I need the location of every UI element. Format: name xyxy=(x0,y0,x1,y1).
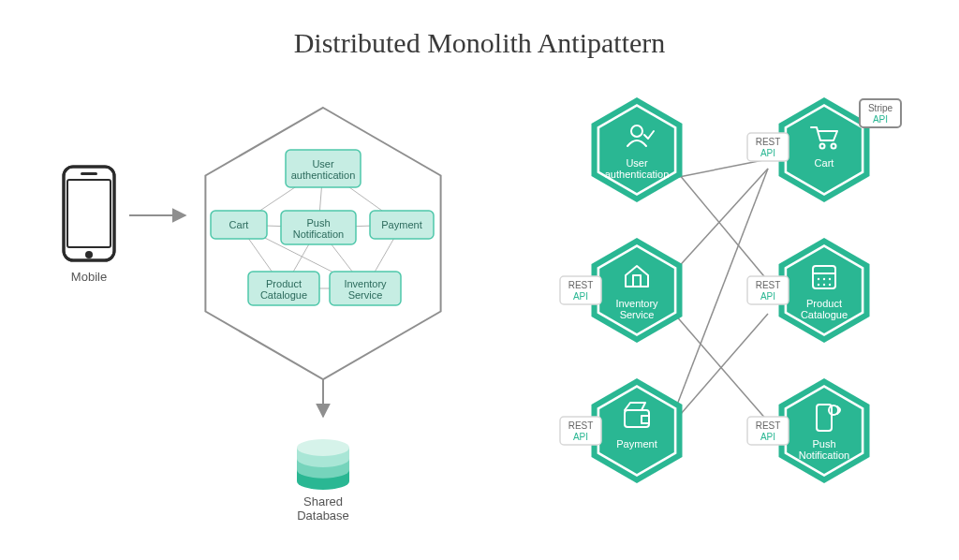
db-label: SharedDatabase xyxy=(297,494,349,523)
svg-line-31 xyxy=(674,169,768,272)
service-user_auth: Userauthentication xyxy=(592,97,683,202)
stripe-api-badge: StripeAPI xyxy=(860,99,901,127)
rest-api-badge-catalogue: RESTAPI xyxy=(747,276,789,304)
svg-text:REST: REST xyxy=(756,420,781,431)
svg-text:API: API xyxy=(760,432,775,442)
rest-api-badge-payment: RESTAPI xyxy=(560,417,601,445)
module-cart: Cart xyxy=(211,211,267,239)
service-label: Payment xyxy=(616,438,657,449)
svg-point-41 xyxy=(818,278,819,280)
rest-api-badge-cart: RESTAPI xyxy=(747,133,789,161)
page-title: Distributed Monolith Antipattern xyxy=(294,27,666,58)
svg-text:REST: REST xyxy=(568,280,594,290)
service-inventory: InventoryService xyxy=(592,238,683,343)
svg-point-46 xyxy=(829,284,831,286)
service-label: InventoryService xyxy=(615,298,658,320)
svg-point-28 xyxy=(297,439,349,456)
service-label: Cart xyxy=(815,157,834,169)
svg-text:REST: REST xyxy=(756,137,781,147)
service-push: PushNotification xyxy=(779,378,870,483)
service-catalogue: ProductCatalogue xyxy=(779,238,870,343)
shared-database-icon xyxy=(297,439,349,490)
svg-line-34 xyxy=(674,159,768,178)
module-user_auth: Userauthentication xyxy=(286,150,361,187)
service-cart: Cart xyxy=(779,97,870,202)
module-label: Payment xyxy=(381,219,421,230)
svg-line-29 xyxy=(674,169,768,281)
svg-text:API: API xyxy=(573,432,588,442)
monolith-panel: UserauthenticationCartPushNotificationPa… xyxy=(64,108,441,490)
service-label: ProductCatalogue xyxy=(801,298,848,320)
svg-text:API: API xyxy=(573,291,588,302)
svg-text:Stripe: Stripe xyxy=(868,103,893,113)
module-push: PushNotification xyxy=(281,211,356,244)
svg-point-3 xyxy=(85,251,93,258)
svg-point-45 xyxy=(829,278,831,280)
svg-text:API: API xyxy=(873,114,888,125)
svg-text:REST: REST xyxy=(756,280,781,290)
svg-point-44 xyxy=(823,284,825,286)
service-payment: Payment xyxy=(592,378,683,483)
svg-rect-2 xyxy=(67,180,111,247)
module-payment: Payment xyxy=(370,211,434,239)
module-catalogue: ProductCatalogue xyxy=(248,272,319,305)
microservices-panel: UserauthenticationCartInventoryServicePr… xyxy=(560,97,901,483)
svg-point-43 xyxy=(823,278,825,280)
svg-rect-4 xyxy=(81,172,97,175)
module-inventory: InventoryService xyxy=(330,272,401,305)
module-label: Cart xyxy=(229,219,249,230)
svg-point-42 xyxy=(818,284,819,286)
svg-text:API: API xyxy=(760,291,775,302)
mobile-icon xyxy=(64,167,114,260)
svg-text:REST: REST xyxy=(568,420,594,431)
module-label: InventoryService xyxy=(344,278,387,301)
mobile-label: Mobile xyxy=(71,270,107,284)
module-label: ProductCatalogue xyxy=(260,278,307,301)
rest-api-badge-inventory: RESTAPI xyxy=(560,276,601,304)
svg-text:API: API xyxy=(760,148,775,158)
rest-api-badge-push: RESTAPI xyxy=(747,417,789,445)
